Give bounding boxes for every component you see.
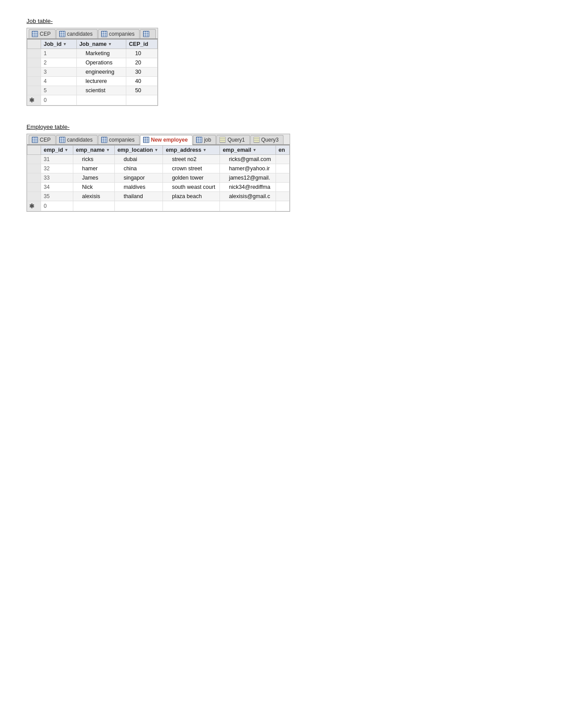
col-job-id[interactable]: Job_id ▼ — [41, 40, 77, 49]
new-row-emp-id: 0 — [41, 201, 73, 211]
row-selector — [27, 164, 41, 173]
tab-cep-label: CEP — [40, 31, 51, 37]
new-row-cep — [126, 95, 157, 105]
col-emp-location[interactable]: emp_location ▼ — [114, 146, 163, 155]
new-row[interactable]: ✱ 0 — [27, 95, 158, 105]
tab-new-employee-label: New employee — [151, 137, 188, 143]
emp-name-cell: James — [73, 173, 114, 183]
col-emp-name[interactable]: emp_name ▼ — [73, 146, 114, 155]
job-name-cell: Marketing — [76, 49, 126, 58]
tab-new-employee[interactable]: New employee — [140, 135, 193, 145]
tab-query3[interactable]: Query3 — [250, 135, 283, 144]
emp-address-cell: south weast court — [163, 183, 220, 192]
col-emp-address[interactable]: emp_address ▼ — [163, 146, 220, 155]
emp-location-cell: dubai — [114, 155, 163, 164]
col-emp-email[interactable]: emp_email ▼ — [220, 146, 276, 155]
col-emp-id[interactable]: emp_id ▼ — [41, 146, 73, 155]
tab-job-emp-label: job — [204, 137, 211, 143]
cep-id-cell: 30 — [126, 68, 157, 77]
employee-table-label: Employee table- — [26, 124, 537, 130]
new-row-name — [76, 95, 126, 105]
table-row[interactable]: 32 hamer china crown street hamer@yahoo.… — [27, 164, 290, 173]
emp-name-cell: alexisis — [73, 192, 114, 201]
table-row[interactable]: 3 engineering 30 — [27, 68, 158, 77]
job-table-content: Job_id ▼ Job_name ▼ CEP_id — [27, 39, 158, 105]
emp-en-cell — [276, 155, 290, 164]
col-gutter — [27, 40, 41, 49]
emp-email-cell: ricks@gmail.com — [220, 155, 276, 164]
tab-companies-label: companies — [109, 31, 135, 37]
job-name-cell: lecturere — [76, 77, 126, 86]
sort-arrow-job-id: ▼ — [63, 42, 67, 46]
query-icon — [219, 137, 226, 143]
tab-candidates-job[interactable]: candidates — [56, 29, 98, 38]
emp-address-cell: crown street — [163, 164, 220, 173]
tab-cep-emp[interactable]: CEP — [29, 135, 56, 144]
row-selector — [27, 86, 41, 95]
table-row[interactable]: 34 Nick maldives south weast court nick3… — [27, 183, 290, 192]
grid-icon — [143, 137, 149, 143]
col-gutter — [27, 146, 41, 155]
new-row-emp-email — [220, 201, 276, 211]
job-id-cell: 1 — [41, 49, 77, 58]
emp-id-cell: 32 — [41, 164, 73, 173]
employee-tab-bar: CEP candidates companies New employee jo… — [27, 134, 290, 145]
grid-icon — [32, 31, 38, 37]
grid-icon — [59, 31, 65, 37]
table-row[interactable]: 2 Operations 20 — [27, 58, 158, 68]
cep-id-cell: 40 — [126, 77, 157, 86]
row-selector — [27, 77, 41, 86]
table-row[interactable]: 4 lecturere 40 — [27, 77, 158, 86]
tab-query1[interactable]: Query1 — [216, 135, 249, 144]
emp-id-cell: 34 — [41, 183, 73, 192]
emp-id-cell: 31 — [41, 155, 73, 164]
row-selector — [27, 183, 41, 192]
row-selector — [27, 173, 41, 183]
grid-icon — [143, 31, 149, 37]
table-row[interactable]: 33 James singapor golden tower james12@g… — [27, 173, 290, 183]
emp-en-cell — [276, 173, 290, 183]
row-selector — [27, 49, 41, 58]
tab-job-emp[interactable]: job — [193, 135, 216, 144]
table-row[interactable]: 35 alexisis thailand plaza beach alexisi… — [27, 192, 290, 201]
tab-companies-emp[interactable]: companies — [98, 135, 140, 144]
new-row[interactable]: ✱ 0 — [27, 201, 290, 211]
query-icon — [253, 137, 260, 143]
emp-address-cell: street no2 — [163, 155, 220, 164]
emp-en-cell — [276, 192, 290, 201]
emp-id-cell: 33 — [41, 173, 73, 183]
grid-icon — [196, 137, 202, 143]
emp-location-cell: maldives — [114, 183, 163, 192]
row-selector — [27, 192, 41, 201]
tab-query1-label: Query1 — [227, 137, 245, 143]
table-row[interactable]: 1 Marketing 10 — [27, 49, 158, 58]
tab-companies-emp-label: companies — [109, 137, 135, 143]
table-row[interactable]: 31 ricks dubai street no2 ricks@gmail.co… — [27, 155, 290, 164]
emp-email-cell: james12@gmail. — [220, 173, 276, 183]
tab-extra-job[interactable] — [140, 29, 156, 38]
tab-candidates-label: candidates — [67, 31, 93, 37]
employee-table-section: Employee table- CEP candidates companies… — [26, 124, 537, 222]
table-row[interactable]: 5 scientist 50 — [27, 86, 158, 95]
row-selector — [27, 68, 41, 77]
sort-arrow-job-name: ▼ — [108, 42, 112, 46]
sort-arrow-emp-location: ▼ — [155, 148, 159, 152]
job-db-window: CEP candidates companies — [26, 28, 158, 106]
tab-companies-job[interactable]: companies — [98, 29, 140, 38]
grid-icon — [59, 137, 65, 143]
emp-name-cell: ricks — [73, 155, 114, 164]
col-en: en — [276, 146, 290, 155]
col-job-name[interactable]: Job_name ▼ — [76, 40, 126, 49]
job-name-cell: engineering — [76, 68, 126, 77]
emp-id-cell: 35 — [41, 192, 73, 201]
emp-address-cell: plaza beach — [163, 192, 220, 201]
tab-cep-job[interactable]: CEP — [29, 29, 56, 38]
new-row-emp-location — [114, 201, 163, 211]
tab-candidates-emp[interactable]: candidates — [56, 135, 98, 144]
employee-db-window: CEP candidates companies New employee jo… — [26, 134, 290, 212]
cep-id-cell: 50 — [126, 86, 157, 95]
emp-name-cell: hamer — [73, 164, 114, 173]
sort-arrow-emp-address: ▼ — [203, 148, 207, 152]
row-selector — [27, 58, 41, 68]
job-table-label: Job table- — [26, 18, 537, 24]
